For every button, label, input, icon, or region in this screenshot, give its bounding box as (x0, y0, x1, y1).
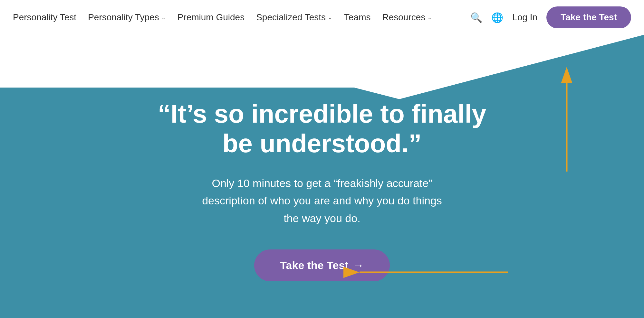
globe-icon[interactable]: 🌐 (491, 12, 503, 23)
hero-section: “It’s so incredible to finally be unders… (0, 35, 644, 318)
hero-take-test-button[interactable]: Take the Test → (254, 249, 389, 281)
hero-quote: “It’s so incredible to finally be unders… (145, 99, 499, 158)
chevron-down-icon: ⌄ (427, 14, 432, 21)
hero-content: “It’s so incredible to finally be unders… (0, 35, 644, 281)
nav-resources[interactable]: Resources ⌄ (382, 12, 432, 23)
search-icon[interactable]: 🔍 (470, 12, 482, 23)
nav-actions: 🔍 🌐 Log In Take the Test (470, 6, 631, 28)
chevron-down-icon: ⌄ (328, 14, 332, 21)
nav-specialized-tests[interactable]: Specialized Tests ⌄ (256, 12, 332, 23)
nav-links: Personality Test Personality Types ⌄ Pre… (13, 12, 470, 23)
chevron-down-icon: ⌄ (161, 14, 166, 21)
nav-personality-test[interactable]: Personality Test (13, 12, 76, 23)
nav-premium-guides[interactable]: Premium Guides (178, 12, 245, 23)
nav-personality-types[interactable]: Personality Types ⌄ (88, 12, 166, 23)
nav-teams[interactable]: Teams (344, 12, 370, 23)
hero-subtext: Only 10 minutes to get a “freakishly acc… (193, 174, 451, 227)
navbar: Personality Test Personality Types ⌄ Pre… (0, 0, 644, 35)
nav-take-test-button[interactable]: Take the Test (546, 6, 631, 28)
login-link[interactable]: Log In (512, 12, 537, 23)
